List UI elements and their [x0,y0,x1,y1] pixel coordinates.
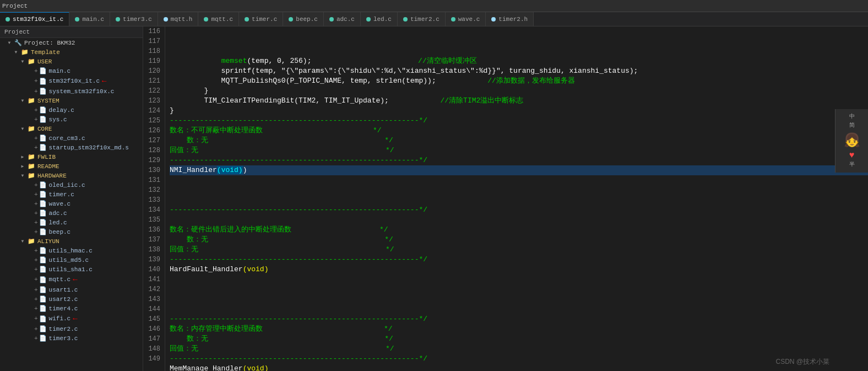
tree-item-delay-c[interactable]: +📄delay.c [0,105,143,115]
code-line: 数：无*/ [170,334,868,344]
tab-main_c[interactable]: main.c [69,12,110,26]
tree-item-wave-c[interactable]: +📄wave.c [0,199,143,208]
tree-item-SYSTEM[interactable]: 📁SYSTEM [0,96,143,105]
tree-label: utils_md5.c [49,257,89,264]
tab-label: timer2.c [410,16,440,23]
tab-beep_c[interactable]: beep.c [283,12,324,26]
tree-label: main.c [49,68,71,74]
tree-item-core-cm3-c[interactable]: +📄core_cm3.c [0,133,143,143]
code-line [170,185,868,195]
char-heart: ♥ [849,150,855,160]
code-container[interactable]: 1161171181191201211221231241251261271281… [143,26,868,371]
tree-label: SYSTEM [37,98,59,104]
tab-mqtt_h[interactable]: mqtt.h [158,12,199,26]
tree-item-utils-md5-c[interactable]: +📄utils_md5.c [0,255,143,265]
line-number: 147 [148,334,160,344]
tree-item-main-c[interactable]: +📄main.c [0,66,143,76]
code-line: ----------------------------------------… [170,314,868,324]
tree-label: oled_iic.c [49,182,85,189]
sidebar-header-label: Project [4,29,30,35]
tree-item-beep-c[interactable]: +📄beep.c [0,227,143,236]
tab-timer3_c[interactable]: timer3.c [110,12,158,26]
code-line: MQTT_PublishQs0(P_TOPIC_NAME, temp, strl… [170,76,868,86]
tab-stm32f10x_it_c[interactable]: stm32f10x_it.c [0,12,69,26]
red-arrow-icon: ← [102,77,106,85]
line-number: 119 [148,56,160,66]
tree-item-startup-stm32f10x-md-s[interactable]: +📄startup_stm32f10x_md.s [0,143,143,152]
code-line [170,294,868,304]
tree-item-timer2-c[interactable]: +📄timer2.c [0,324,143,334]
char-label-2: 简 [849,121,855,129]
tree-item-system-stm32f10x-c[interactable]: +📄system_stm32f10x.c [0,87,143,96]
tab-wave_c[interactable]: wave.c [446,12,486,26]
code-line: MemManage_Handler(void) [170,364,868,371]
tab-label: stm32f10x_it.c [13,16,63,23]
line-number: 120 [148,66,160,76]
line-number: 127 [148,136,160,146]
line-number: 133 [148,195,160,205]
char-label-3: 半 [849,160,855,168]
tree-item-stm32f10x-it-c[interactable]: +📄stm32f10x_it.c← [0,76,143,87]
tab-label: mqtt.h [171,16,193,23]
tree-label: USER [37,58,52,65]
tree-item-adc-c[interactable]: +📄adc.c [0,208,143,218]
tab-timer2_c[interactable]: timer2.c [398,12,446,26]
tree-item-Template[interactable]: 📁Template [0,47,143,57]
tree-item-mqtt-c[interactable]: +📄mqtt.c← [0,274,143,285]
tree-item-wifi-c[interactable]: +📄wifi.c← [0,313,143,324]
tree-item-ALIYUN[interactable]: 📁ALIYUN [0,236,143,246]
code-line [170,175,868,185]
project-name-label: Project: BKM32 [24,40,75,46]
tree-item-timer3-c[interactable]: +📄timer3.c [0,334,143,343]
title-bar: Project [0,0,868,12]
tree-label: timer2.c [49,326,78,332]
tree-item-timer4-c[interactable]: +📄timer4.c [0,304,143,313]
tree-label: usart1.c [49,287,78,293]
tree-item-USER[interactable]: 📁USER [0,57,143,66]
line-number: 148 [148,344,160,354]
tree-item-utils-sha1-c[interactable]: +📄utils_sha1.c [0,265,143,274]
tree-item-oled-iic-c[interactable]: +📄oled_iic.c [0,180,143,190]
sidebar-scroll[interactable]: 🔧Project: BKM32📁Template📁USER+📄main.c+📄s… [0,38,143,370]
tab-label: adc.c [337,16,355,23]
code-line: 数名：内存管理中断处理函数*/ [170,324,868,334]
tree-label: README [37,163,59,170]
tree-item-README[interactable]: 📁README [0,162,143,171]
project-title[interactable]: 🔧Project: BKM32 [0,38,143,47]
tree-item-timer-c[interactable]: +📄timer.c [0,190,143,199]
code-line: ----------------------------------------… [170,255,868,265]
tree-label: adc.c [49,210,67,217]
code-line [170,195,868,205]
tab-adc_c[interactable]: adc.c [324,12,361,26]
tab-label: beep.c [296,16,318,23]
watermark: CSDN @技术小菜 [775,357,829,367]
code-line: 数名：硬件出错后进入的中断处理函数*/ [170,225,868,235]
tree-item-utils-hmac-c[interactable]: +📄utils_hmac.c [0,246,143,255]
tree-label: mqtt.c [49,276,71,283]
tab-label: mqtt.c [211,16,233,23]
tree-item-HARDWARE[interactable]: 📁HARDWARE [0,171,143,180]
tree-label: usart2.c [49,296,78,303]
tab-mqtt_c[interactable]: mqtt.c [198,12,239,26]
tab-timer_c[interactable]: timer.c [239,12,283,26]
line-numbers: 1161171181191201211221231241251261271281… [143,26,165,371]
tree-label: wifi.c [49,315,71,322]
tab-led_c[interactable]: led.c [361,12,398,26]
tab-timer2_h[interactable]: timer2.h [486,12,534,26]
tree-item-FWLIB[interactable]: 📁FWLIB [0,152,143,162]
tree-item-led-c[interactable]: +📄led.c [0,218,143,227]
tree-item-sys-c[interactable]: +📄sys.c [0,115,143,124]
tree-item-usart2-c[interactable]: +📄usart2.c [0,294,143,304]
code-line [170,215,868,225]
line-number: 125 [148,116,160,126]
line-number: 131 [148,175,160,185]
line-number: 134 [148,205,160,215]
tree-item-CORE[interactable]: 📁CORE [0,124,143,133]
tree-item-usart1-c[interactable]: +📄usart1.c [0,285,143,294]
red-arrow-icon: ← [73,275,77,284]
code-line: } [170,106,868,116]
tree-label: sys.c [49,116,67,123]
tab-label: led.c [373,16,392,23]
tree-label: stm32f10x_it.c [49,78,100,84]
tree-label: utils_sha1.c [49,266,93,273]
